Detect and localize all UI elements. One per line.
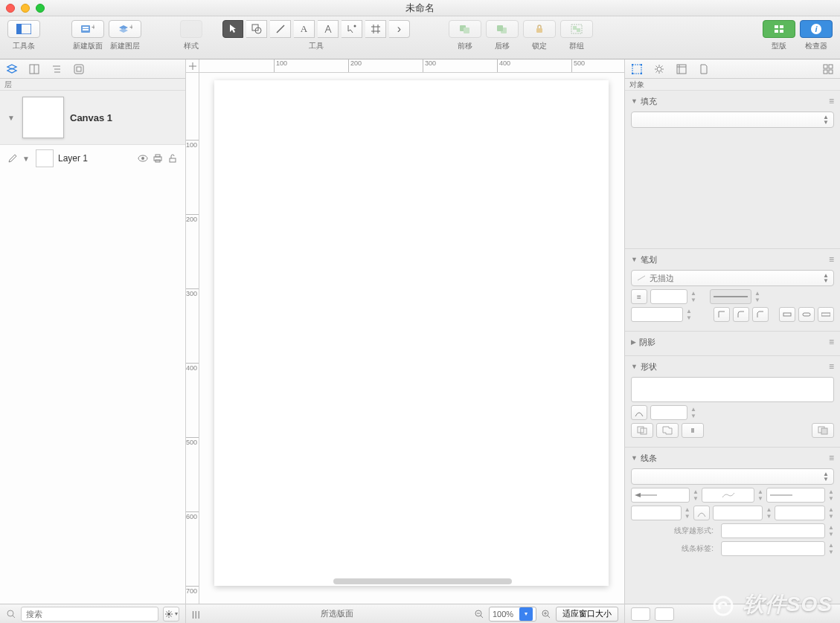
corner-miter-button[interactable]: [714, 307, 730, 322]
disclose-icon[interactable]: ▼: [631, 97, 638, 105]
ruler-vertical[interactable]: 100 200 300 400 500 600 700: [186, 73, 199, 604]
outline-tab-icon[interactable]: [49, 62, 64, 77]
zoom-in-icon[interactable]: [541, 609, 551, 619]
bring-forward-button[interactable]: [449, 20, 481, 38]
corner-radius-input[interactable]: [650, 405, 687, 420]
ruler-origin[interactable]: [186, 59, 199, 73]
selection-tab-icon[interactable]: [71, 62, 86, 77]
toolbar-group-sidebar: 工具条: [7, 20, 40, 51]
boolean-union-button[interactable]: [656, 423, 679, 438]
line-tool[interactable]: [270, 20, 291, 38]
lock-button[interactable]: [523, 20, 556, 38]
close-window-button[interactable]: [6, 4, 15, 13]
section-menu-icon[interactable]: ≡: [829, 96, 834, 106]
object-tab-icon[interactable]: [629, 62, 644, 77]
horizontal-scrollbar[interactable]: [333, 578, 512, 584]
new-canvas-button[interactable]: +: [71, 20, 104, 38]
more-tools[interactable]: ›: [389, 20, 410, 38]
line-mid-select[interactable]: [702, 488, 754, 503]
canvas-page[interactable]: [214, 80, 609, 586]
properties-tab-icon[interactable]: [652, 62, 667, 77]
zoom-dropdown-button[interactable]: ▾: [519, 607, 533, 621]
stroke-dash-select[interactable]: [710, 289, 751, 304]
crop-tool[interactable]: [365, 20, 386, 38]
section-menu-icon[interactable]: ≡: [829, 254, 834, 265]
disclose-icon[interactable]: ▼: [22, 155, 31, 163]
fill-type-select[interactable]: ▲▼: [631, 112, 834, 128]
disclose-icon[interactable]: ▼: [7, 114, 16, 122]
minimize-window-button[interactable]: [21, 4, 30, 13]
stroke-position-icon[interactable]: ≡: [631, 289, 647, 304]
grid-view-icon[interactable]: [821, 62, 836, 77]
line-type-select[interactable]: ▲▼: [631, 468, 834, 485]
ruler-horizontal[interactable]: 100 200 300 400 500: [199, 59, 624, 73]
new-layer-button[interactable]: +: [109, 20, 141, 38]
inspector-button[interactable]: i: [800, 20, 833, 38]
fit-window-button[interactable]: 适应窗口大小: [556, 607, 618, 622]
send-back-button[interactable]: [486, 20, 519, 38]
color-swatch-1[interactable]: [631, 607, 650, 621]
stroke-color-select[interactable]: [631, 307, 683, 322]
disclose-icon[interactable]: ▼: [631, 454, 638, 462]
unlock-icon[interactable]: [167, 153, 178, 164]
section-menu-icon[interactable]: ≡: [829, 337, 834, 347]
search-settings-button[interactable]: ▾: [163, 607, 179, 622]
pages-icon[interactable]: |||: [192, 610, 201, 619]
color-swatch-2[interactable]: [655, 607, 674, 621]
canvas-tab-icon[interactable]: [674, 62, 689, 77]
svg-rect-69: [803, 313, 810, 316]
zoom-out-icon[interactable]: [474, 609, 484, 619]
print-icon[interactable]: [153, 153, 163, 164]
section-menu-icon[interactable]: ≡: [829, 361, 834, 372]
line-start-select[interactable]: [631, 488, 690, 503]
line-midpoint-icon[interactable]: [693, 506, 710, 520]
cap-butt-button[interactable]: [779, 307, 795, 322]
disclose-icon[interactable]: ▶: [631, 338, 636, 346]
window-controls: [6, 4, 45, 13]
point-tool[interactable]: [342, 20, 362, 38]
canvas-area[interactable]: [199, 73, 624, 604]
line-hop-select[interactable]: [775, 506, 825, 520]
cap-square-button[interactable]: [818, 307, 834, 322]
visibility-icon[interactable]: [138, 153, 148, 164]
window-title: 未命名: [405, 1, 435, 15]
selection-tool[interactable]: [222, 20, 243, 38]
layer-thumbnail: [36, 149, 54, 167]
svg-rect-3: [83, 27, 89, 28]
document-tab-icon[interactable]: [696, 62, 711, 77]
boolean-intersect-button[interactable]: [682, 423, 704, 438]
curve-type-icon[interactable]: [631, 405, 647, 420]
style-button[interactable]: [180, 20, 202, 38]
corner-round-button[interactable]: [733, 307, 749, 322]
shape-tool[interactable]: [246, 20, 267, 38]
zoom-input[interactable]: 100% ▾: [489, 607, 536, 622]
disclose-icon[interactable]: ▼: [631, 256, 638, 263]
search-input[interactable]: [21, 607, 158, 622]
layers-tab-icon[interactable]: [4, 62, 19, 77]
corner-bevel-button[interactable]: [752, 307, 769, 322]
guides-tab-icon[interactable]: [27, 62, 42, 77]
group-button[interactable]: [560, 20, 593, 38]
pen-tool[interactable]: [318, 20, 339, 38]
boolean-subtract-button[interactable]: [631, 423, 653, 438]
layer-item[interactable]: ▼ Layer 1: [0, 145, 185, 172]
stroke-type-select[interactable]: 无描边 ▲▼: [631, 270, 834, 286]
text-tool[interactable]: A: [294, 20, 315, 38]
line-cross-select[interactable]: [721, 523, 825, 538]
line-label-select[interactable]: [721, 541, 825, 556]
line-head-select[interactable]: [713, 506, 763, 520]
toolbar-group-inspector: i 检查器: [800, 20, 833, 51]
line-end-select[interactable]: [766, 488, 825, 503]
canvas-item[interactable]: ▼ Canvas 1: [0, 91, 185, 145]
stencils-button[interactable]: [763, 20, 795, 38]
cap-round-button[interactable]: [798, 307, 815, 322]
shape-preview[interactable]: [631, 377, 834, 402]
section-menu-icon[interactable]: ≡: [829, 453, 834, 463]
disclose-icon[interactable]: ▼: [631, 363, 638, 370]
section-title: 填充: [641, 96, 657, 107]
stroke-width-input[interactable]: [650, 289, 687, 304]
boolean-combine-button[interactable]: [812, 423, 834, 438]
line-tail-select[interactable]: [631, 506, 682, 520]
zoom-window-button[interactable]: [36, 4, 45, 13]
toggle-sidebar-button[interactable]: [7, 20, 40, 38]
